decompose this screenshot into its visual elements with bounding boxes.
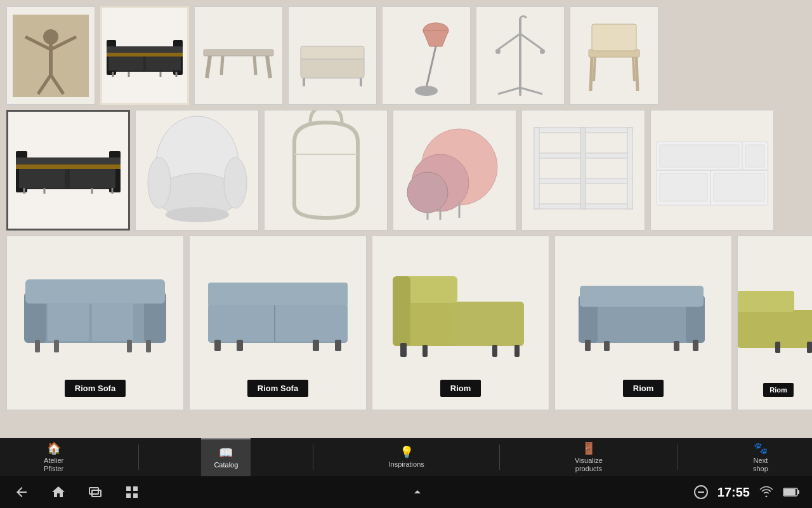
product-image-5 — [738, 236, 812, 383]
svg-rect-103 — [454, 302, 524, 346]
svg-rect-87 — [92, 303, 133, 341]
svg-rect-114 — [674, 341, 679, 351]
svg-line-32 — [520, 88, 542, 94]
battery-icon — [783, 488, 799, 497]
svg-line-41 — [636, 57, 638, 91]
back-button[interactable] — [13, 483, 30, 501]
svg-rect-112 — [585, 340, 591, 351]
svg-rect-102 — [393, 276, 410, 346]
svg-rect-80 — [660, 173, 707, 201]
medium-row — [6, 110, 806, 231]
product-label-4: Riom — [623, 380, 664, 397]
nav-item-inspirations[interactable]: 💡 Inspirations — [376, 438, 437, 476]
svg-rect-11 — [107, 53, 183, 57]
svg-point-29 — [415, 86, 438, 96]
product-image-3 — [372, 236, 549, 380]
svg-rect-113 — [604, 341, 610, 351]
thumbnail-item-lamp[interactable] — [382, 6, 471, 105]
nav-visualize-label: Visualize products — [575, 457, 603, 473]
product-row: Riom Sofa — [6, 236, 806, 410]
svg-rect-111 — [580, 286, 704, 307]
svg-rect-116 — [737, 310, 812, 348]
medium-item-cabinet[interactable] — [650, 110, 774, 231]
system-bar: 17:55 — [0, 476, 812, 508]
svg-rect-105 — [422, 345, 428, 357]
svg-rect-107 — [514, 345, 520, 357]
recents-button[interactable] — [86, 483, 104, 501]
home-icon: 🏠 — [47, 441, 61, 455]
nextshop-icon: 🐾 — [754, 441, 768, 455]
medium-item-bag-frame[interactable] — [264, 110, 388, 231]
thumbnail-item-person[interactable] — [6, 6, 95, 105]
svg-rect-118 — [775, 342, 780, 353]
svg-rect-71 — [534, 128, 539, 209]
svg-point-1 — [43, 29, 58, 44]
svg-rect-18 — [204, 50, 273, 56]
svg-line-40 — [591, 57, 592, 91]
grid-button[interactable] — [123, 483, 141, 501]
svg-rect-88 — [35, 340, 40, 352]
svg-rect-86 — [48, 303, 89, 341]
system-time: 17:55 — [717, 485, 750, 500]
nav-bar: 🏠 Atelier Pfister 📖 Catalog 💡 Inspiratio… — [0, 438, 812, 476]
nav-item-visualize[interactable]: 🚪 Visualize products — [562, 438, 615, 476]
svg-line-42 — [594, 57, 595, 81]
svg-rect-129 — [797, 490, 799, 494]
medium-item-sofa-black[interactable] — [6, 110, 130, 231]
medium-item-shelf[interactable] — [521, 110, 645, 231]
svg-line-20 — [267, 56, 270, 78]
svg-point-58 — [224, 157, 247, 208]
product-label-5: Riom — [763, 383, 794, 397]
product-card-1[interactable]: Riom Sofa — [6, 236, 184, 410]
svg-point-57 — [148, 157, 171, 208]
svg-rect-117 — [737, 291, 794, 312]
product-label-2: Riom Sofa — [247, 380, 308, 397]
nav-divider-2 — [313, 444, 313, 470]
home-button[interactable] — [49, 483, 67, 501]
svg-rect-73 — [580, 128, 586, 209]
product-label-1: Riom Sofa — [65, 380, 126, 397]
svg-line-35 — [520, 34, 542, 50]
svg-rect-104 — [400, 343, 407, 357]
svg-line-31 — [498, 88, 520, 94]
svg-rect-119 — [807, 342, 812, 353]
svg-rect-50 — [70, 169, 115, 188]
svg-rect-99 — [335, 340, 341, 351]
svg-rect-98 — [313, 340, 319, 351]
product-card-2[interactable]: Riom Sofa — [189, 236, 367, 410]
svg-rect-122 — [126, 486, 131, 491]
thumbnail-item-chair-wood[interactable] — [570, 6, 658, 105]
thumbnail-item-table[interactable] — [194, 6, 283, 105]
svg-rect-13 — [146, 57, 181, 70]
product-card-3[interactable]: Riom — [372, 236, 549, 410]
thumbnail-item-chair-low[interactable] — [288, 6, 377, 105]
svg-rect-81 — [714, 173, 764, 201]
catalog-icon: 📖 — [219, 446, 233, 460]
product-card-5[interactable]: Riom — [737, 236, 812, 410]
thumbnail-item-sofa-black[interactable] — [100, 6, 189, 105]
svg-rect-12 — [108, 57, 143, 70]
visualize-icon: 🚪 — [582, 441, 596, 455]
nav-item-home[interactable]: 🏠 Atelier Pfister — [31, 438, 76, 476]
svg-rect-115 — [693, 340, 698, 351]
svg-rect-91 — [146, 340, 151, 352]
svg-point-59 — [166, 207, 229, 222]
svg-rect-94 — [208, 305, 348, 342]
nav-item-nextshop[interactable]: 🐾 Next shop — [740, 438, 781, 476]
svg-rect-72 — [627, 128, 632, 209]
dnd-icon — [694, 485, 708, 499]
svg-line-28 — [426, 46, 436, 88]
svg-rect-106 — [492, 345, 497, 357]
svg-rect-90 — [127, 340, 132, 352]
product-image-4 — [555, 236, 731, 380]
product-label-3: Riom — [440, 380, 481, 397]
medium-item-armchair[interactable] — [135, 110, 259, 231]
nav-nextshop-label: Next shop — [753, 457, 768, 473]
svg-rect-97 — [237, 340, 243, 351]
nav-item-catalog[interactable]: 📖 Catalog — [201, 438, 251, 476]
product-card-4[interactable]: Riom — [554, 236, 732, 410]
nav-catalog-label: Catalog — [214, 461, 238, 469]
product-image-2 — [190, 236, 366, 380]
medium-item-round-tables[interactable] — [393, 110, 516, 231]
thumbnail-item-hanger[interactable] — [476, 6, 565, 105]
